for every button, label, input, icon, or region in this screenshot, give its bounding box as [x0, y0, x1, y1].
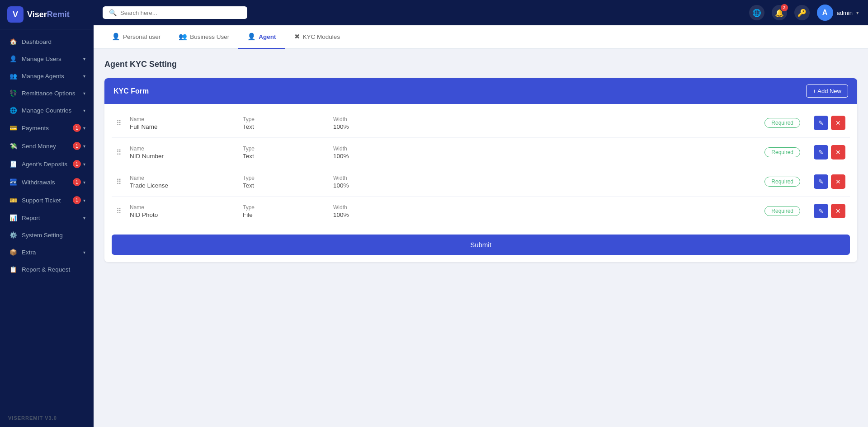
nav-label-report-request: Report & Request — [22, 266, 70, 273]
delete-button-0[interactable]: ✕ — [831, 116, 845, 130]
sidebar-item-support-ticket[interactable]: 🎫 Support Ticket 1 ▾ — [0, 191, 94, 209]
nav-item-right: 1 ▾ — [73, 178, 85, 186]
type-label-3: Type — [243, 204, 333, 211]
name-label-0: Name — [130, 116, 243, 122]
name-field-0: Name Full Name — [130, 116, 243, 130]
nav-badge-payments: 1 — [73, 124, 81, 132]
width-label-0: Width — [333, 116, 424, 122]
main-area: 🔍 🌐 🔔 2 🔑 A admin ▾ 👤 Personal user 👥 — [94, 0, 868, 427]
form-row-2: ⠿ Name Trade License Type Text Width 100… — [112, 167, 850, 197]
nav-item-left: 💱 Remittance Options — [9, 89, 75, 97]
form-row-1: ⠿ Name NID Number Type Text Width 100% R… — [112, 138, 850, 167]
nav-item-left: 📊 Report — [9, 214, 40, 221]
form-row-3: ⠿ Name NID Photo Type File Width 100% Re… — [112, 197, 850, 225]
row-fields-2: Name Trade License Type Text Width 100% — [130, 175, 760, 189]
sidebar-item-manage-agents[interactable]: 👥 Manage Agents ▾ — [0, 67, 94, 84]
nav-icon-manage-users: 👤 — [9, 55, 17, 62]
sidebar-item-extra[interactable]: 📦 Extra ▾ — [0, 244, 94, 261]
sidebar-item-manage-countries[interactable]: 🌐 Manage Countries ▾ — [0, 102, 94, 119]
sidebar-item-agents-deposits[interactable]: 🧾 Agent's Deposits 1 ▾ — [0, 155, 94, 173]
delete-button-3[interactable]: ✕ — [831, 204, 845, 218]
nav-label-agents-deposits: Agent's Deposits — [22, 161, 67, 168]
nav-chevron-manage-agents: ▾ — [83, 74, 85, 79]
tab-agent[interactable]: 👤 Agent — [238, 25, 285, 49]
nav-item-left: 🏠 Dashboard — [9, 38, 52, 45]
sidebar-item-report[interactable]: 📊 Report ▾ — [0, 209, 94, 226]
avatar-circle: A — [817, 5, 833, 21]
width-value-2: 100% — [333, 182, 424, 189]
width-label-2: Width — [333, 175, 424, 181]
tab-icon-agent: 👤 — [247, 33, 256, 41]
nav-label-support-ticket: Support Ticket — [22, 197, 61, 204]
name-label-1: Name — [130, 145, 243, 152]
nav-icon-extra: 📦 — [9, 249, 17, 256]
sidebar-item-remittance-options[interactable]: 💱 Remittance Options ▾ — [0, 84, 94, 102]
nav-icon-dashboard: 🏠 — [9, 38, 17, 45]
nav-icon-report-request: 📋 — [9, 266, 17, 273]
type-label-0: Type — [243, 116, 333, 122]
edit-button-3[interactable]: ✎ — [814, 204, 828, 218]
nav-chevron-manage-users: ▾ — [83, 56, 85, 61]
sidebar-item-payments[interactable]: 💳 Payments 1 ▾ — [0, 119, 94, 137]
drag-handle-2[interactable]: ⠿ — [116, 178, 122, 186]
width-field-2: Width 100% — [333, 175, 424, 189]
name-value-0: Full Name — [130, 123, 243, 130]
name-value-1: NID Number — [130, 153, 243, 160]
submit-button[interactable]: Submit — [112, 235, 850, 255]
globe-icon-btn[interactable]: 🌐 — [749, 5, 764, 20]
topbar: 🔍 🌐 🔔 2 🔑 A admin ▾ — [94, 0, 868, 25]
name-label-2: Name — [130, 175, 243, 181]
nav-item-right: ▾ — [83, 250, 85, 255]
drag-handle-3[interactable]: ⠿ — [116, 207, 122, 216]
drag-handle-1[interactable]: ⠿ — [116, 148, 122, 157]
edit-button-1[interactable]: ✎ — [814, 145, 828, 160]
type-field-0: Type Text — [243, 116, 333, 130]
sidebar-item-withdrawals[interactable]: 🏧 Withdrawals 1 ▾ — [0, 173, 94, 191]
tab-kyc-modules[interactable]: ✖ KYC Modules — [285, 25, 349, 49]
type-value-3: File — [243, 211, 333, 218]
nav-item-left: 📦 Extra — [9, 249, 36, 256]
tab-personal-user[interactable]: 👤 Personal user — [103, 25, 170, 49]
nav-label-remittance-options: Remittance Options — [22, 90, 75, 97]
sidebar-item-report-request[interactable]: 📋 Report & Request — [0, 261, 94, 278]
delete-button-2[interactable]: ✕ — [831, 174, 845, 189]
page-title: Agent KYC Setting — [104, 60, 857, 69]
key-icon-btn[interactable]: 🔑 — [794, 5, 810, 20]
drag-handle-0[interactable]: ⠿ — [116, 119, 122, 127]
add-new-button[interactable]: + Add New — [806, 84, 848, 98]
nav-item-left: 🧾 Agent's Deposits — [9, 160, 67, 168]
logo-icon: V — [7, 6, 24, 23]
nav-item-left: 👤 Manage Users — [9, 55, 61, 62]
edit-button-0[interactable]: ✎ — [814, 116, 828, 130]
admin-avatar[interactable]: A admin ▾ — [817, 5, 859, 21]
sidebar-item-manage-users[interactable]: 👤 Manage Users ▾ — [0, 50, 94, 67]
tab-label-business-user: Business User — [190, 33, 229, 40]
sidebar-item-send-money[interactable]: 💸 Send Money 1 ▾ — [0, 137, 94, 155]
nav-badge-withdrawals: 1 — [73, 178, 81, 186]
sidebar-item-system-setting[interactable]: ⚙️ System Setting — [0, 226, 94, 244]
required-badge-1: Required — [764, 147, 800, 157]
nav-label-report: Report — [22, 215, 40, 221]
edit-button-2[interactable]: ✎ — [814, 174, 828, 189]
search-input[interactable] — [120, 9, 241, 16]
delete-button-1[interactable]: ✕ — [831, 145, 845, 160]
type-label-1: Type — [243, 145, 333, 152]
notification-btn[interactable]: 🔔 2 — [772, 5, 787, 20]
nav-badge-support-ticket: 1 — [73, 196, 81, 204]
width-field-3: Width 100% — [333, 204, 424, 218]
search-box[interactable]: 🔍 — [103, 6, 247, 19]
required-badge-3: Required — [764, 206, 800, 216]
form-rows: ⠿ Name Full Name Type Text Width 100% Re… — [104, 104, 857, 230]
sidebar-item-dashboard[interactable]: 🏠 Dashboard — [0, 33, 94, 50]
sidebar-version: VISERREMIT V3.0 — [0, 409, 94, 427]
tab-label-kyc-modules: KYC Modules — [303, 33, 340, 40]
nav-label-withdrawals: Withdrawals — [22, 179, 55, 186]
nav-label-payments: Payments — [22, 125, 49, 131]
nav-item-left: 💸 Send Money — [9, 142, 56, 150]
required-badge-0: Required — [764, 118, 800, 128]
tab-business-user[interactable]: 👥 Business User — [170, 25, 238, 49]
search-icon: 🔍 — [109, 9, 117, 16]
nav-chevron-remittance-options: ▾ — [83, 91, 85, 96]
name-field-1: Name NID Number — [130, 145, 243, 160]
nav-item-right: 1 ▾ — [73, 142, 85, 150]
